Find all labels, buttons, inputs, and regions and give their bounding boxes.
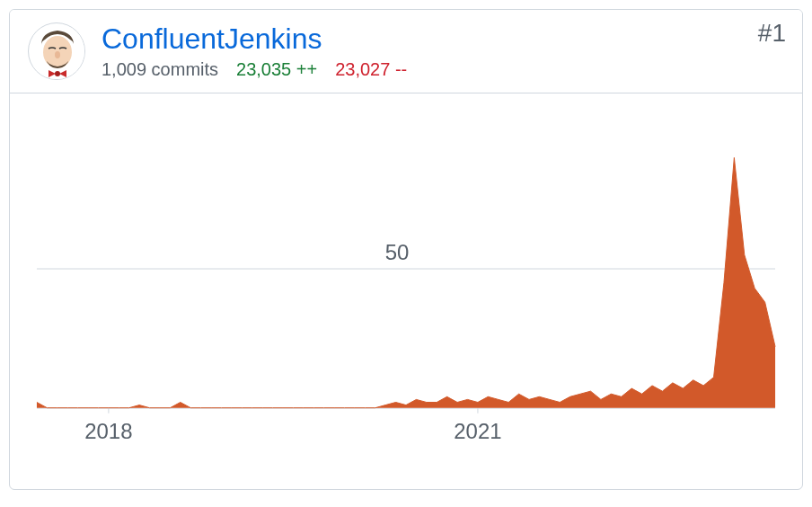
user-info: ConfluentJenkins 1,009 commits 23,035 ++… xyxy=(102,22,784,80)
svg-text:2021: 2021 xyxy=(454,419,501,443)
username-link[interactable]: ConfluentJenkins xyxy=(102,22,784,56)
commit-count[interactable]: 1,009 commits xyxy=(102,59,218,80)
svg-text:2018: 2018 xyxy=(84,419,132,443)
stats-row: 1,009 commits 23,035 ++ 23,027 -- xyxy=(102,59,784,80)
commits-chart: 5020182021 xyxy=(19,120,793,462)
additions-count[interactable]: 23,035 ++ xyxy=(236,59,317,80)
avatar[interactable] xyxy=(28,22,85,80)
rank-badge: #1 xyxy=(758,19,786,48)
card-header: ConfluentJenkins 1,009 commits 23,035 ++… xyxy=(10,10,802,93)
chart-area: 5020182021 xyxy=(10,93,802,489)
deletions-count[interactable]: 23,027 -- xyxy=(335,59,407,80)
contributor-card: ConfluentJenkins 1,009 commits 23,035 ++… xyxy=(9,9,803,490)
svg-point-2 xyxy=(55,51,60,58)
svg-point-3 xyxy=(55,71,60,76)
jenkins-avatar-icon xyxy=(29,23,85,80)
svg-text:50: 50 xyxy=(385,240,410,264)
